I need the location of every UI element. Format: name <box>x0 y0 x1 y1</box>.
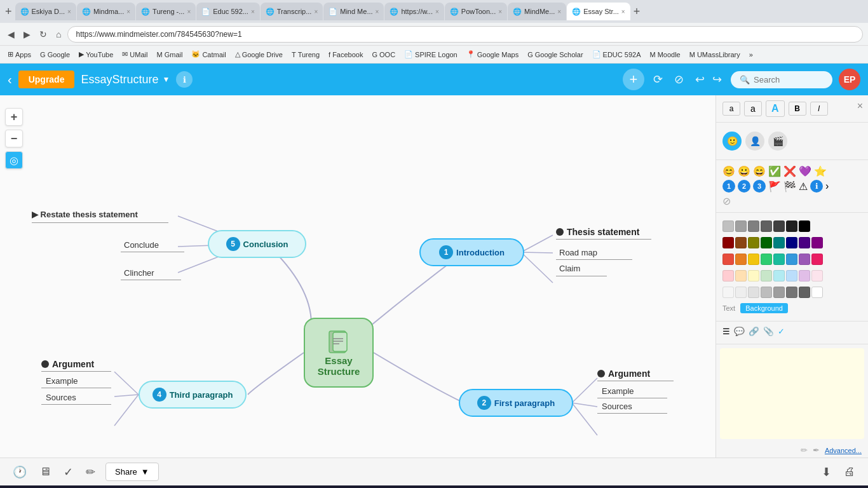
color-swatch[interactable] <box>786 254 797 265</box>
color-swatch[interactable] <box>811 270 823 281</box>
close-panel-button[interactable]: × <box>857 100 863 112</box>
undo-button[interactable]: ↩ <box>693 70 707 89</box>
text-size-large-button[interactable]: A <box>766 100 785 117</box>
text-size-medium-button[interactable]: a <box>744 101 762 116</box>
note-link-icon[interactable]: 🔗 <box>749 327 759 336</box>
home-button[interactable]: ⌂ <box>53 28 64 41</box>
tab-educ[interactable]: 📄 Educ 592... × <box>196 3 260 20</box>
present-button[interactable]: 🖥 <box>37 463 53 481</box>
tab-https[interactable]: 🌐 https://w... × <box>384 3 444 20</box>
emoji-x[interactable]: ❌ <box>783 165 796 177</box>
color-swatch[interactable] <box>748 270 759 281</box>
color-swatch[interactable] <box>811 287 823 298</box>
color-swatch[interactable] <box>761 270 772 281</box>
tab-close[interactable]: × <box>126 8 130 15</box>
tab-mindme2[interactable]: 🌐 MindMe... × <box>508 3 566 20</box>
pencil-icon[interactable]: ✒ <box>813 445 820 455</box>
italic-button[interactable]: I <box>810 102 828 116</box>
note-bubble-icon[interactable]: 💬 <box>734 327 745 336</box>
zoom-out-button[interactable]: − <box>5 130 23 147</box>
color-swatch[interactable] <box>773 270 785 281</box>
color-swatch[interactable] <box>773 220 785 232</box>
color-swatch[interactable] <box>735 287 747 298</box>
color-swatch[interactable] <box>799 237 810 248</box>
color-swatch[interactable] <box>786 270 797 281</box>
first-paragraph-node[interactable]: 2 First paragraph <box>459 389 573 417</box>
tab-tureng[interactable]: 🌐 Tureng -... × <box>136 3 196 20</box>
emoji-num3[interactable]: 3 <box>753 180 766 193</box>
edit-icon[interactable]: ✏ <box>801 445 808 455</box>
share-button[interactable]: Share ▼ <box>105 463 159 481</box>
color-swatch[interactable] <box>761 220 772 232</box>
emoji-smile[interactable]: 😊 <box>722 165 735 177</box>
emoji-warning[interactable]: ⚠ <box>799 180 808 193</box>
bookmark-catmail[interactable]: 🐱 Catmail <box>189 49 228 60</box>
color-swatch[interactable] <box>735 270 747 281</box>
introduction-node[interactable]: 1 Introduction <box>419 238 524 266</box>
no-icon[interactable]: ⊘ <box>722 196 731 207</box>
color-swatch[interactable] <box>773 237 785 248</box>
color-swatch[interactable] <box>735 237 747 248</box>
bookmark-umail[interactable]: ✉ UMail <box>119 49 150 60</box>
color-swatch[interactable] <box>722 237 734 248</box>
advanced-link[interactable]: Advanced... <box>825 447 862 454</box>
color-swatch[interactable] <box>799 270 810 281</box>
search-input[interactable] <box>754 75 824 85</box>
center-node[interactable]: Essay Structure <box>304 318 374 388</box>
third-paragraph-node[interactable]: 4 Third paragraph <box>139 381 247 409</box>
bookmark-umasslibrary[interactable]: M UMassLibrary <box>687 50 743 60</box>
smiley-icon[interactable]: 🙂 <box>722 132 742 151</box>
address-input[interactable] <box>67 26 863 43</box>
color-swatch[interactable] <box>735 254 747 265</box>
add-node-button[interactable]: + <box>623 69 644 90</box>
color-swatch[interactable] <box>786 287 797 298</box>
color-swatch[interactable] <box>748 237 759 248</box>
color-swatch[interactable] <box>811 237 823 248</box>
bookmark-tureng[interactable]: T Tureng <box>289 50 322 60</box>
tab-close[interactable]: × <box>187 8 191 15</box>
tab-mindma[interactable]: 🌐 Mindma... × <box>77 3 135 20</box>
tab-eskiya[interactable]: 🌐 Eskiya D... × <box>15 3 76 20</box>
share-map-icon[interactable]: ⟳ <box>651 70 665 89</box>
tab-close[interactable]: × <box>251 8 255 15</box>
color-swatch[interactable] <box>761 254 772 265</box>
bookmark-spire[interactable]: 📄 SPIRE Logon <box>402 49 460 60</box>
color-swatch[interactable] <box>786 237 797 248</box>
color-swatch[interactable] <box>761 237 772 248</box>
color-swatch[interactable] <box>722 270 734 281</box>
bookmark-ooc[interactable]: G OOC <box>369 50 398 60</box>
background-toggle-active[interactable]: Background <box>740 303 788 313</box>
reload-button[interactable]: ↻ <box>37 28 50 41</box>
tab-transcript[interactable]: 🌐 Transcrip... × <box>261 3 323 20</box>
conclusion-node[interactable]: 5 Conclusion <box>208 230 306 258</box>
back-to-list-button[interactable]: ‹ <box>8 72 12 87</box>
emoji-flag-green[interactable]: 🏁 <box>783 180 796 193</box>
emoji-more[interactable]: › <box>825 180 829 192</box>
tab-powtoon[interactable]: 🌐 PowToon... × <box>445 3 507 20</box>
tab-essaystr[interactable]: 🌐 Essay Str... × <box>567 3 630 20</box>
bookmark-gmail[interactable]: M Gmail <box>154 50 185 60</box>
avatar[interactable]: EP <box>839 69 860 90</box>
tab-close[interactable]: × <box>498 8 502 15</box>
emoji-flag-red[interactable]: 🚩 <box>768 180 781 193</box>
canvas-area[interactable]: + − ◎ <box>0 95 715 458</box>
new-tab-right[interactable]: + <box>631 5 643 18</box>
tab-close[interactable]: × <box>67 8 71 15</box>
color-swatch[interactable] <box>799 254 810 265</box>
task-button[interactable]: ✓ <box>61 463 76 482</box>
color-swatch[interactable] <box>799 287 810 298</box>
bookmark-gmaps[interactable]: 📍 Google Maps <box>464 49 521 60</box>
new-tab-left[interactable]: + <box>3 5 15 18</box>
note-paperclip-icon[interactable]: 📎 <box>763 327 774 336</box>
zoom-in-button[interactable]: + <box>5 108 23 126</box>
color-swatch[interactable] <box>722 287 734 298</box>
app-title[interactable]: EssayStructure ▼ <box>81 73 170 86</box>
color-swatch[interactable] <box>773 287 785 298</box>
color-swatch[interactable] <box>748 287 759 298</box>
bookmark-educ592a[interactable]: 📄 EDUC 592A <box>590 49 644 60</box>
bookmark-apps[interactable]: ⊞ Apps <box>5 49 34 60</box>
tab-close[interactable]: × <box>314 8 318 15</box>
tab-close[interactable]: × <box>435 8 439 15</box>
color-swatch[interactable] <box>748 254 759 265</box>
download-button[interactable]: ⬇ <box>819 463 834 482</box>
